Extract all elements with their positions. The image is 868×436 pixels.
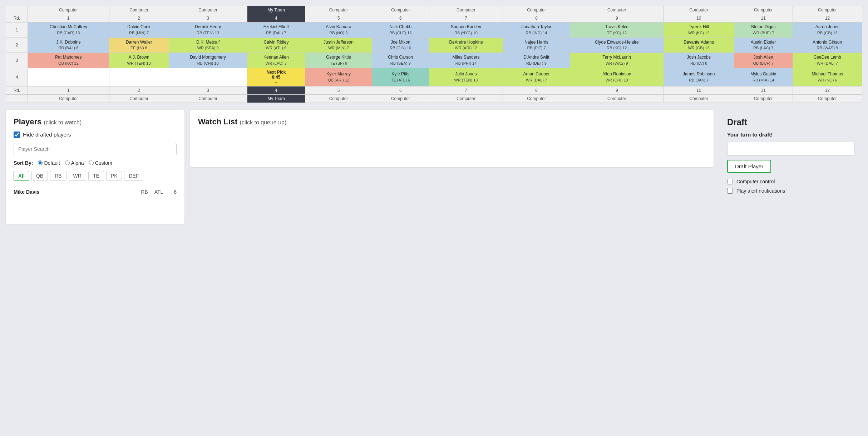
pick-r1-t8[interactable]: Jonathan TaylorRB (IND) 14 (503, 23, 570, 38)
player-pos-r3-t8: RB (DET) 9 (526, 61, 547, 65)
pick-r1-t11[interactable]: Stefon DiggsWR (BUF) 7 (734, 23, 793, 38)
player-pos-r1-t10: WR (KC) 12 (688, 31, 709, 35)
pick-r3-t1[interactable]: Pat MahomesQB (KC) 12 (28, 53, 109, 68)
pick-r3-t10[interactable]: Josh JacobsRB (LV) 8 (664, 53, 734, 68)
pick-r3-t7[interactable]: Miles SandersRB (PHI) 14 (429, 53, 503, 68)
pick-r2-t4[interactable]: Calvin RidleyWR (ATL) 6 (247, 38, 305, 53)
pick-r3-t6[interactable]: Chris CarsonRB (SEA) 9 (372, 53, 429, 68)
player-pos-r4-t8: WR (DAL) 7 (526, 78, 547, 82)
draft-player-input[interactable] (727, 142, 854, 155)
player-list-item[interactable]: Mike Davis RB ATL 6 (14, 186, 177, 198)
pick-r2-t1[interactable]: J.K. DobbinsRB (BAL) 8 (28, 38, 109, 53)
sort-custom-option: Custom (89, 160, 112, 166)
pick-r4-t3 (169, 68, 247, 86)
pos-all-button[interactable]: All (14, 171, 29, 181)
pick-r2-t7[interactable]: DeAndre HopkinsWR (ARI) 12 (429, 38, 503, 53)
pick-r2-t10[interactable]: Davante AdamsWR (GB) 13 (664, 38, 734, 53)
sort-default-radio[interactable] (38, 160, 43, 165)
player-pos-r3-t7: RB (PHI) 14 (455, 61, 477, 65)
pick-r4-t5[interactable]: Kyler MurrayQB (ARI) 12 (305, 68, 372, 86)
pick-r3-t11[interactable]: Josh AllenQB (BUF) 7 (734, 53, 793, 68)
pick-r4-t4[interactable]: Next Pick0:45← (247, 68, 305, 86)
draft-table: Computer Computer Computer My Team Compu… (6, 6, 862, 103)
play-alerts-checkbox[interactable] (727, 188, 733, 194)
bot-team-num-5: 5 (305, 86, 372, 94)
player-pos-r2-t4: WR (ATL) 6 (266, 46, 286, 50)
computer-control-row: Computer control (727, 179, 854, 184)
pick-r3-t4[interactable]: Keenan AllenWR (LAC) 7 (247, 53, 305, 68)
player-pos-r3-t1: QB (KC) 12 (58, 61, 79, 65)
pick-r4-t11[interactable]: Myles GaskinRB (MIA) 14 (734, 68, 793, 86)
player-name-r3-t1: Pat Mahomes (55, 55, 82, 60)
pick-r2-t3[interactable]: D.K. MetcalfWR (SEA) 9 (169, 38, 247, 53)
pick-r1-t2[interactable]: Dalvin CookRB (MIN) 7 (109, 23, 169, 38)
pos-te-button[interactable]: TE (88, 171, 104, 181)
pick-r1-t6[interactable]: Nick ChubbRB (CLE) 13 (372, 23, 429, 38)
pos-rb-button[interactable]: RB (50, 171, 66, 181)
bot-team-num-8: 8 (503, 86, 570, 94)
pick-r2-t6[interactable]: Joe MixonRB (CIN) 10 (372, 38, 429, 53)
pick-r4-t8[interactable]: Amari CooperWR (DAL) 7 (503, 68, 570, 86)
player-num: 6 (166, 189, 177, 195)
pick-r3-t9[interactable]: Terry McLaurinWR (WAS) 9 (570, 53, 664, 68)
rd-label-top: Rd. (6, 14, 28, 23)
pick-r2-t5[interactable]: Justin JeffersonWR (MIN) 7 (305, 38, 372, 53)
player-pos-r4-t10: RB (JAX) 7 (689, 78, 709, 82)
pick-r2-t12[interactable]: Antonio GibsonRB (WAS) 9 (793, 38, 862, 53)
pick-r4-t12[interactable]: Michael ThomasWR (NO) 6 (793, 68, 862, 86)
pos-qb-button[interactable]: QB (31, 171, 48, 181)
player-name-r4-t9: Allen Robinson (602, 71, 631, 76)
player-pos-r4-t11: RB (MIA) 14 (753, 78, 774, 82)
pick-r3-t3[interactable]: David MontgomeryRB (CHI) 10 (169, 53, 247, 68)
hide-drafted-checkbox[interactable] (14, 132, 20, 138)
pick-r3-t2[interactable]: A.J. BrownWR (TEN) 13 (109, 53, 169, 68)
draft-player-button[interactable]: Draft Player (727, 160, 771, 173)
player-pos-r2-t5: WR (MIN) 7 (328, 46, 349, 50)
team-11-header: Computer (734, 6, 793, 14)
pick-r1-t1[interactable]: Christian McCaffreyRB (CAR) 13 (28, 23, 109, 38)
pick-r1-t7[interactable]: Saquon BarkleyRB (NYG) 10 (429, 23, 503, 38)
pos-pk-button[interactable]: PK (106, 171, 122, 181)
pick-r4-t7[interactable]: Julio JonesWR (TEN) 13 (429, 68, 503, 86)
round-3-label: 3 (6, 53, 28, 68)
bot-team-8: Computer (503, 94, 570, 103)
player-team: ATL (152, 189, 166, 195)
rd-label-bottom: Rd. (6, 86, 28, 94)
pick-r4-t9[interactable]: Allen RobinsonWR (CHI) 10 (570, 68, 664, 86)
team-num-2: 2 (109, 14, 169, 23)
pos-wr-button[interactable]: WR (69, 171, 86, 181)
sort-custom-radio[interactable] (89, 160, 94, 165)
pick-r4-t10[interactable]: James RobinsonRB (JAX) 7 (664, 68, 734, 86)
player-pos-r2-t1: RB (BAL) 8 (59, 46, 79, 50)
player-name-r4-t10: James Robinson (683, 71, 715, 76)
pick-r3-t12[interactable]: CeeDee LambWR (DAL) 7 (793, 53, 862, 68)
team-num-4: 4 (247, 14, 305, 23)
pick-r2-t11[interactable]: Austin EkelerRB (LAC) 7 (734, 38, 793, 53)
pick-r1-t3[interactable]: Derrick HenryRB (TEN) 13 (169, 23, 247, 38)
pick-r1-t10[interactable]: Tyreek HillWR (KC) 12 (664, 23, 734, 38)
player-search-input[interactable] (14, 143, 177, 155)
pick-r1-t12[interactable]: Aaron JonesRB (GB) 13 (793, 23, 862, 38)
pick-r1-t5[interactable]: Alvin KamaraRB (NO) 6 (305, 23, 372, 38)
team-10-header: Computer (664, 6, 734, 14)
pick-r1-t9[interactable]: Travis KelceTE (KC) 12 (570, 23, 664, 38)
pick-r4-t6[interactable]: Kyle PittsTE (ATL) 6 (372, 68, 429, 86)
player-name-r2-t12: Antonio Gibson (813, 40, 842, 45)
pick-r1-t4[interactable]: Ezekiel ElliottRB (DAL) 7 (247, 23, 305, 38)
pick-r3-t8[interactable]: D'Andre SwiftRB (DET) 9 (503, 53, 570, 68)
pick-r2-t9[interactable]: Clyde Edwards-HelaireRB (KC) 12 (570, 38, 664, 53)
pick-r2-t8[interactable]: Najee HarrisRB (PIT) 7 (503, 38, 570, 53)
pick-r2-t2[interactable]: Darren WallerTE (LV) 8 (109, 38, 169, 53)
player-name-r4-t8: Amari Cooper (523, 71, 550, 76)
player-pos-r1-t12: RB (GB) 13 (817, 31, 838, 35)
draft-board-wrapper: Computer Computer Computer My Team Compu… (0, 0, 868, 106)
player-pos-r3-t4: WR (LAC) 7 (266, 61, 287, 65)
pos-def-button[interactable]: DEF (124, 171, 143, 181)
sort-alpha-radio[interactable] (65, 160, 70, 165)
computer-control-checkbox[interactable] (727, 179, 733, 184)
player-name-r1-t5: Alvin Kamara (326, 24, 351, 29)
draft-panel-title: Draft (727, 117, 854, 127)
player-pos-r3-t11: QB (BUF) 7 (753, 61, 773, 65)
watchlist-title-main: Watch List (198, 117, 237, 126)
pick-r3-t5[interactable]: George KittleTE (SF) 6 (305, 53, 372, 68)
